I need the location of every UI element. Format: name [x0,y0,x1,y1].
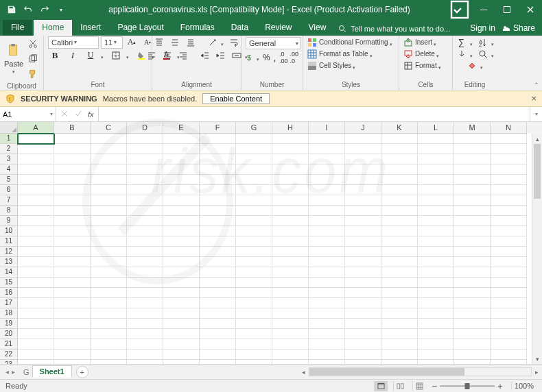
cell[interactable] [418,134,454,144]
cell[interactable] [18,350,54,360]
cell[interactable] [18,195,54,206]
cell[interactable] [127,236,163,247]
cell[interactable] [18,329,54,339]
row-header[interactable]: 13 [0,257,18,267]
cell[interactable] [272,185,309,195]
tab-home[interactable]: Home [34,20,72,36]
cell[interactable] [345,164,381,175]
row-header[interactable]: 5 [0,175,18,185]
cell[interactable] [236,247,272,257]
vertical-scrollbar[interactable]: ▴ ▾ [532,134,542,364]
cell[interactable] [127,206,163,216]
cell[interactable] [491,236,527,247]
sheet-nav[interactable]: ◂▸ [0,368,21,376]
cell[interactable] [18,288,54,298]
percent-format[interactable]: % [263,51,270,64]
cell[interactable] [91,267,127,278]
cell[interactable] [200,164,236,175]
cell[interactable] [491,206,527,216]
cell[interactable] [200,247,236,257]
cell[interactable] [309,164,345,175]
cell[interactable] [127,195,163,206]
cell[interactable] [54,308,91,319]
cell[interactable] [272,164,309,175]
orientation-button[interactable] [206,36,220,49]
cell[interactable] [309,175,345,185]
tab-file[interactable]: File [3,20,32,36]
comma-format[interactable]: , [272,51,277,64]
zoom-level[interactable]: 100% [511,382,537,390]
cell[interactable] [163,257,200,267]
cell[interactable] [91,247,127,257]
cell[interactable] [454,350,491,360]
cell[interactable] [200,195,236,206]
cell[interactable] [381,144,418,154]
cell[interactable] [418,164,454,175]
cell[interactable] [418,298,454,308]
cell[interactable] [236,350,272,360]
cell[interactable] [454,134,491,144]
cell[interactable] [163,329,200,339]
cell[interactable] [418,236,454,247]
cell[interactable] [345,144,381,154]
cell[interactable] [381,164,418,175]
undo-button[interactable] [21,2,36,17]
cell[interactable] [309,308,345,319]
expand-formula-bar[interactable]: ▾ [530,107,542,121]
cell[interactable] [418,288,454,298]
row-header[interactable]: 4 [0,164,18,175]
cell[interactable] [127,298,163,308]
cell[interactable] [236,267,272,278]
cell[interactable] [236,278,272,288]
cell[interactable] [91,195,127,206]
cell[interactable] [345,154,381,164]
row-header[interactable]: 23 [0,360,18,364]
wrap-text-button[interactable] [227,36,241,49]
cell[interactable] [163,164,200,175]
cell[interactable] [454,329,491,339]
cell[interactable] [418,267,454,278]
cell[interactable] [54,360,91,364]
col-header-E[interactable]: E [163,122,200,134]
cell[interactable] [91,206,127,216]
cell[interactable] [54,195,91,206]
cell[interactable] [91,339,127,350]
cell[interactable] [418,206,454,216]
cell[interactable] [454,360,491,364]
cell[interactable] [491,257,527,267]
cell[interactable] [236,226,272,236]
cell[interactable] [91,308,127,319]
cell[interactable] [163,339,200,350]
cell[interactable] [91,216,127,226]
maximize-button[interactable] [495,0,519,19]
cell[interactable] [54,267,91,278]
cell[interactable] [418,257,454,267]
cell[interactable] [127,185,163,195]
cell[interactable] [454,298,491,308]
col-header-K[interactable]: K [381,122,418,134]
cell[interactable] [418,308,454,319]
accounting-format[interactable]: $ [246,51,255,64]
cell[interactable] [236,319,272,329]
cell[interactable] [491,247,527,257]
cell[interactable] [127,267,163,278]
cell[interactable] [309,257,345,267]
cell[interactable] [127,288,163,298]
cell[interactable] [454,154,491,164]
tell-me-search[interactable]: Tell me what you want to do... [334,25,457,36]
cell[interactable] [418,329,454,339]
cell[interactable] [309,278,345,288]
cell[interactable] [272,288,309,298]
cell[interactable] [309,319,345,329]
cell[interactable] [200,350,236,360]
cell[interactable] [309,236,345,247]
cell[interactable] [309,350,345,360]
cell[interactable] [54,257,91,267]
cell[interactable] [491,329,527,339]
cell[interactable] [54,319,91,329]
cell[interactable] [272,360,309,364]
cell[interactable] [381,134,418,144]
cell[interactable] [200,339,236,350]
cell[interactable] [54,339,91,350]
format-as-table-button[interactable]: Format as Table▾ [307,49,374,59]
